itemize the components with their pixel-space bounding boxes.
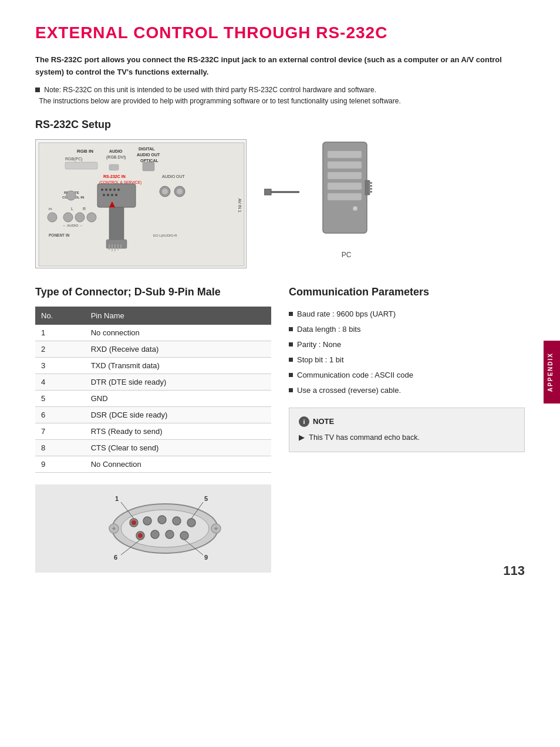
svg-text:PONENT IN: PONENT IN [49,233,70,237]
svg-text:R: R [83,207,86,211]
table-row: 5 GND [35,390,271,406]
page-wrapper: EXTERNAL CONTROL THROUGH RS-232C The RS-… [0,0,560,596]
comm-param-item: Parity : None [289,337,525,352]
svg-rect-62 [369,188,372,190]
svg-text:EO L[AUDIO-R: EO L[AUDIO-R [153,234,177,237]
svg-point-18 [101,189,103,191]
pin-name: DTR (DTE side ready) [85,374,271,390]
svg-rect-57 [328,193,362,200]
pin-no: 7 [35,423,85,439]
svg-rect-8 [65,162,97,169]
pin-name: RTS (Ready to send) [85,423,271,439]
svg-point-22 [117,189,120,191]
svg-point-35 [48,213,57,222]
comm-param-item: Data length : 8 bits [289,322,525,337]
svg-rect-63 [369,191,372,193]
connector-table: No. Pin Name 1 No connection 2 RXD (Rece… [35,307,271,473]
svg-text:AUDIO OUT: AUDIO OUT [162,174,185,179]
col-header-pin: Pin Name [85,307,271,325]
svg-text:1: 1 [115,496,119,502]
table-row: 6 DSR (DCE side ready) [35,406,271,423]
table-row: 8 CTS (Clear to send) [35,439,271,456]
pin-no: 1 [35,325,85,341]
svg-point-20 [109,189,112,191]
svg-text:L: L [71,207,73,211]
intro-paragraph: The RS-232C port allows you connect the … [35,54,525,79]
page-number: 113 [503,563,525,578]
arrow-icon: ▶ [299,433,305,442]
comm-param-item: Use a crossed (reverse) cable. [289,383,525,398]
pin-no: 9 [35,456,85,472]
svg-point-72 [151,530,159,539]
table-row: 9 No Connection [35,456,271,472]
bullet-icon [35,88,40,92]
svg-text:RGB IN: RGB IN [77,149,93,154]
pin-name: DSR (DCE side ready) [85,406,271,423]
col-header-no: No. [35,307,85,325]
note-title-text: NOTE [313,417,334,426]
svg-rect-61 [369,185,372,187]
setup-title: RS-232C Setup [35,119,525,131]
connector-title: Type of Connector; D-Sub 9-Pin Male [35,286,271,298]
svg-point-69 [173,517,181,525]
svg-text:AV IN 1: AV IN 1 [238,198,242,213]
svg-text:AUDIO: AUDIO [109,149,123,153]
comm-param-item: Communication code : ASCII code [289,368,525,383]
svg-text:9: 9 [204,554,208,561]
svg-point-24 [107,194,109,196]
pin-name: GND [85,390,271,406]
appendix-tab: APPENDIX [544,341,560,403]
pin-name: TXD (Transmit data) [85,357,271,374]
cable-area [264,186,299,198]
table-row: 2 RXD (Receive data) [35,341,271,357]
svg-rect-56 [328,183,362,190]
comm-title: Communication Parameters [289,286,525,298]
svg-point-37 [75,213,85,222]
svg-point-25 [111,194,113,196]
svg-rect-10 [143,162,154,171]
svg-point-26 [115,194,117,196]
svg-point-58 [353,206,357,211]
svg-text:RGB(PC): RGB(PC) [65,157,83,161]
pin-name: No Connection [85,456,271,472]
left-col: Type of Connector; D-Sub 9-Pin Male No. … [35,286,271,573]
note-block: Note: RS-232C on this unit is intended t… [35,85,525,107]
svg-point-38 [87,213,96,222]
comm-params-list: Baud rate : 9600 bps (UART)Data length :… [289,307,525,398]
note-icon: i [299,416,309,427]
svg-point-70 [187,519,195,527]
pin-name: No connection [85,325,271,341]
svg-text:← AUDIO →: ← AUDIO → [63,224,83,227]
svg-point-23 [103,194,105,196]
tv-diagram: RGB IN RGB(PC) AUDIO (RGB.DVI) DIGITAL A… [35,139,247,268]
pin-no: 3 [35,357,85,374]
svg-text:6: 6 [114,554,117,561]
svg-point-76 [138,533,143,538]
main-title: EXTERNAL CONTROL THROUGH RS-232C [35,23,525,42]
svg-point-36 [63,213,73,222]
pc-diagram: PC [317,139,376,259]
setup-diagram-area: RGB IN RGB(PC) AUDIO (RGB.DVI) DIGITAL A… [35,139,525,268]
svg-point-29 [162,189,168,194]
table-row: 1 No connection [35,325,271,341]
note-box-content: ▶ This TV has command echo back. [299,432,515,443]
table-row: 3 TXD (Transmit data) [35,357,271,374]
svg-rect-43 [109,207,124,243]
svg-text:5: 5 [204,496,208,502]
table-row: 4 DTR (DTE side ready) [35,374,271,390]
svg-text:RS-232C IN: RS-232C IN [103,174,126,179]
pin-no: 2 [35,341,85,357]
svg-point-67 [143,517,151,525]
svg-point-65 [121,510,209,547]
pc-label: PC [342,251,352,259]
pin-name: CTS (Clear to send) [85,439,271,456]
note-line2: The instructions below are provided to h… [39,97,400,105]
svg-rect-60 [369,182,372,184]
comm-param-item: Stop bit : 1 bit [289,352,525,368]
comm-param-item: Baud rate : 9600 bps (UART) [289,307,525,322]
svg-text:Pr: Pr [49,207,52,211]
svg-point-19 [105,189,107,191]
svg-rect-53 [328,151,362,158]
note-line1: Note: RS-232C on this unit is intended t… [44,86,376,94]
svg-point-16 [66,191,76,200]
